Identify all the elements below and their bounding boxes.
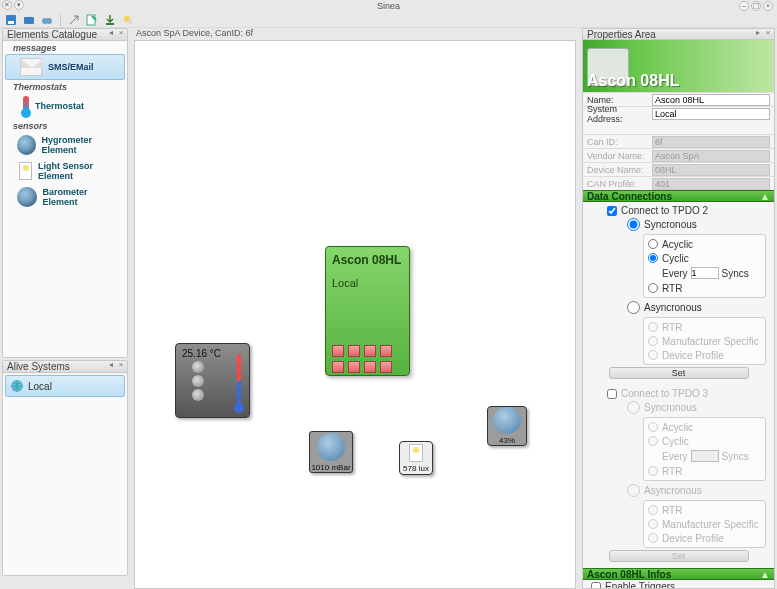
binoculars-icon[interactable] bbox=[40, 13, 54, 27]
thermometer-icon bbox=[23, 96, 29, 116]
label: Syncs bbox=[722, 268, 749, 279]
system-menu-icon2[interactable]: ▾ bbox=[14, 0, 24, 10]
radio-label: Manufacturer Specific bbox=[662, 336, 759, 347]
sync-options: Acyclic Cyclic Every Syncs RTR bbox=[643, 234, 766, 298]
arrow-icon[interactable] bbox=[67, 13, 81, 27]
radio-label: RTR bbox=[662, 505, 682, 516]
checkbox-label: Connect to TPDO 2 bbox=[621, 205, 708, 216]
device-port[interactable] bbox=[348, 345, 360, 357]
async-options: RTR Manufacturer Specific Device Profile bbox=[643, 317, 766, 365]
radio-label: RTR bbox=[662, 466, 682, 477]
connect-tpdo2-checkbox[interactable] bbox=[607, 206, 617, 216]
device-port[interactable] bbox=[332, 345, 344, 357]
enable-triggers-checkbox[interactable] bbox=[591, 582, 601, 590]
name-input[interactable] bbox=[652, 94, 770, 106]
maximize-button[interactable]: ▢ bbox=[751, 1, 761, 11]
weather-icon[interactable] bbox=[121, 13, 135, 27]
section-title: Ascon 08HL Infos bbox=[587, 569, 671, 580]
radio-label: Cyclic bbox=[662, 253, 689, 264]
download-icon[interactable] bbox=[103, 13, 117, 27]
data-connections-header[interactable]: Data Connections▲ bbox=[583, 190, 774, 202]
device-port[interactable] bbox=[380, 361, 392, 373]
async3-options: RTR Manufacturer Specific Device Profile bbox=[643, 500, 766, 548]
field-label: Vendor Name: bbox=[587, 151, 652, 161]
device-port[interactable] bbox=[364, 345, 376, 357]
device-banner-name: Ascon 08HL bbox=[587, 72, 679, 90]
catalogue-header[interactable]: Elements Catalogue ◂× bbox=[3, 29, 127, 41]
thermostat-node[interactable]: 25.16 °C bbox=[175, 343, 250, 418]
set-button[interactable]: Set bbox=[609, 367, 749, 379]
alive-system-item[interactable]: Local bbox=[5, 375, 125, 397]
device-port[interactable] bbox=[364, 361, 376, 373]
window-title: Sinea bbox=[377, 1, 400, 11]
radio-label: Syncronous bbox=[644, 219, 697, 230]
field-label: CAN Profile: bbox=[587, 179, 652, 189]
cyclic3-radio bbox=[648, 436, 658, 446]
alive-system-label: Local bbox=[28, 381, 52, 392]
barometer-node[interactable]: 1010 mBar bbox=[309, 431, 353, 473]
field-label: System Address: bbox=[587, 104, 652, 124]
radio-label: Acyclic bbox=[662, 422, 693, 433]
properties-header[interactable]: Properties Area ▸× bbox=[582, 28, 775, 40]
device-port[interactable] bbox=[380, 345, 392, 357]
catalogue-group[interactable]: Thermostats bbox=[3, 80, 127, 93]
label: Syncs bbox=[722, 451, 749, 462]
connect-tpdo3-checkbox[interactable] bbox=[607, 389, 617, 399]
device-port[interactable] bbox=[332, 361, 344, 373]
catalogue-item-label: Light Sensor Element bbox=[38, 161, 123, 181]
acyclic-radio[interactable] bbox=[648, 239, 658, 249]
svg-point-4 bbox=[46, 18, 52, 24]
minimize-button[interactable]: – bbox=[739, 1, 749, 11]
checkbox-label: Enable Triggers bbox=[605, 581, 675, 589]
toolbar-divider bbox=[60, 14, 61, 26]
lightsensor-icon bbox=[19, 162, 32, 180]
collapse-icon[interactable]: ◂ bbox=[107, 29, 115, 37]
every-spinner[interactable] bbox=[691, 267, 719, 279]
catalogue-item-smsemail[interactable]: SMS/EMail bbox=[5, 54, 125, 80]
section-collapse-icon[interactable]: ▲ bbox=[760, 191, 770, 202]
close-button[interactable]: × bbox=[763, 1, 773, 11]
lux-value: 578 lux bbox=[403, 464, 429, 473]
rtr-radio[interactable] bbox=[648, 283, 658, 293]
svg-point-8 bbox=[127, 20, 133, 24]
radio-label: Manufacturer Specific bbox=[662, 519, 759, 530]
lightsensor-node[interactable]: 578 lux bbox=[399, 441, 433, 475]
hygrometer-node[interactable]: 43% bbox=[487, 406, 527, 446]
device-port[interactable] bbox=[348, 361, 360, 373]
panel-close-icon[interactable]: × bbox=[117, 361, 125, 369]
cyclic-radio[interactable] bbox=[648, 253, 658, 263]
rtr3b-radio bbox=[648, 505, 658, 515]
collapse-icon[interactable]: ◂ bbox=[107, 361, 115, 369]
rtr-async-radio bbox=[648, 322, 658, 332]
catalogue-item-barometer[interactable]: Barometer Element bbox=[3, 184, 127, 210]
elements-catalogue-panel: Elements Catalogue ◂× messages SMS/EMail… bbox=[2, 28, 128, 358]
save-icon[interactable] bbox=[4, 13, 18, 27]
panel-close-icon[interactable]: × bbox=[117, 29, 125, 37]
canid-input bbox=[652, 136, 770, 148]
radio-label: Asyncronous bbox=[644, 485, 702, 496]
tpdo2-block: Connect to TPDO 2 Syncronous Acyclic Cyc… bbox=[583, 202, 774, 385]
async-radio[interactable] bbox=[627, 301, 640, 314]
catalogue-item-lightsensor[interactable]: Light Sensor Element bbox=[3, 158, 127, 184]
alive-header[interactable]: Alive Systems ◂× bbox=[3, 361, 127, 373]
panel-close-icon[interactable]: × bbox=[764, 29, 772, 37]
section-collapse-icon[interactable]: ▲ bbox=[760, 569, 770, 580]
device-node[interactable]: Ascon 08HL Local bbox=[325, 246, 410, 376]
catalogue-group[interactable]: sensors bbox=[3, 119, 127, 132]
catalogue-item-thermostat[interactable]: Thermostat bbox=[3, 93, 127, 119]
knob-icon bbox=[192, 389, 204, 401]
catalogue-group[interactable]: messages bbox=[3, 41, 127, 54]
sync-radio[interactable] bbox=[627, 218, 640, 231]
edit-icon[interactable] bbox=[85, 13, 99, 27]
field-label: Can ID: bbox=[587, 137, 652, 147]
catalogue-item-hygrometer[interactable]: Hygrometer Element bbox=[3, 132, 127, 158]
system-menu-icon[interactable]: ✕ bbox=[2, 0, 12, 10]
open-icon[interactable] bbox=[22, 13, 36, 27]
svg-rect-2 bbox=[24, 17, 34, 24]
manu3-radio bbox=[648, 519, 658, 529]
design-canvas[interactable]: Ascon 08HL Local 25.16 °C 1010 mBar 578 … bbox=[134, 40, 576, 589]
set3-button: Set bbox=[609, 550, 749, 562]
collapse-icon[interactable]: ▸ bbox=[754, 29, 762, 37]
system-address-input[interactable] bbox=[652, 108, 770, 120]
device-infos-header[interactable]: Ascon 08HL Infos▲ bbox=[583, 568, 774, 580]
